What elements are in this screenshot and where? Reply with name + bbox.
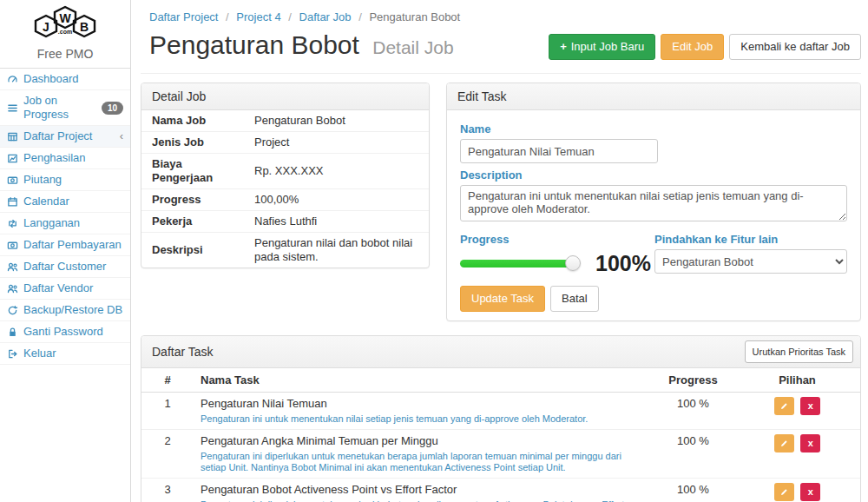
retweet-icon [7,218,18,229]
page-title: Pengaturan Bobot Detail Job [149,30,454,63]
jwb-logo-icon: W J B .com [25,5,105,42]
input-job-baru-button[interactable]: + Input Job Baru [549,34,655,60]
task-description: Pengaturan ini untuk menentukan nilai se… [201,413,645,425]
sidebar-item-langganan[interactable]: Langganan [0,213,130,234]
detail-job-panel-title: Detail Job [141,83,429,110]
sidebar-item-daftar-project[interactable]: Daftar Project ‹ [0,126,130,148]
sign-out-icon [7,348,18,360]
pencil-icon [779,487,789,497]
daftar-task-panel-title: Daftar Task [152,345,214,359]
delete-task-button[interactable]: x [800,397,820,415]
task-progress: 100 % [652,393,734,430]
edit-task-button[interactable] [774,483,794,501]
pencil-icon [779,401,789,411]
detail-job-table: Nama Job Pengaturan Bobot Jenis Job Proj… [141,110,429,268]
page-header: Pengaturan Bobot Detail Job + Input Job … [141,25,861,74]
svg-text:B: B [80,20,89,34]
detail-row-progress: Progress 100,00% [141,189,429,211]
line-chart-icon [7,153,18,164]
sidebar-item-daftar-pembayaran[interactable]: Daftar Pembayaran [0,234,130,256]
sidebar-item-penghasilan[interactable]: Penghasilan [0,148,130,169]
task-progress: 100 % [652,430,734,479]
urutkan-prioritas-task-button-top[interactable]: Urutkan Prioritas Task [745,340,853,363]
users-icon [7,261,18,273]
sidebar-item-piutang[interactable]: Piutang [0,169,130,191]
sidebar-item-keluar[interactable]: Keluar [0,343,130,365]
table-icon [7,131,18,142]
edit-task-panel-title: Edit Task [447,83,860,110]
plus-icon: + [560,40,567,54]
x-icon: x [808,439,813,448]
column-header-progress: Progress [652,368,734,393]
progress-percent-value: 100% [595,253,651,274]
delete-task-button[interactable]: x [800,483,820,501]
svg-text:W: W [59,11,71,25]
edit-task-button[interactable] [774,397,794,415]
breadcrumb-link-daftar-project[interactable]: Daftar Project [149,10,218,23]
calendar-icon [7,196,18,208]
daftar-task-panel: Daftar Task Urutkan Prioritas Task # Nam… [141,335,861,502]
dashboard-icon [7,74,18,85]
task-description: Pengaturan ini diperlukan untuk menetuka… [201,451,645,473]
task-description-textarea[interactable]: Pengaturan ini untuk menentukan nilai se… [460,185,847,221]
page-subtitle: Detail Job [372,37,453,57]
job-count-badge: 10 [102,102,123,115]
batal-button[interactable]: Batal [550,286,599,312]
sidebar-item-ganti-password[interactable]: Ganti Password [0,321,130,343]
pencil-icon [779,439,789,448]
money-icon [7,175,18,186]
column-header-no: # [141,368,194,393]
brand-name: Free PMO [0,47,130,61]
header-buttons: + Input Job Baru Edit Job Kembali ke daf… [549,34,861,60]
svg-text:.com: .com [58,29,72,35]
delete-task-button[interactable]: x [800,434,820,452]
detail-row-deskripsi: Deskripsi Pengaturan nilai dan bobot nil… [141,233,429,268]
progress-slider[interactable] [460,260,573,268]
task-name-input[interactable] [460,139,658,163]
x-icon: x [808,487,813,497]
users-icon [7,283,18,294]
task-table: # Nama Task Progress Pilihan 1 Pengatura… [141,368,860,502]
progress-label: Progress [460,233,654,246]
move-to-feature-select[interactable]: Pengaturan Bobot [654,249,847,274]
task-row: 2 Pengaturan Angka Minimal Temuan per Mi… [141,430,860,479]
sidebar: W J B .com Free PMO Dashboard Job on Pro… [0,0,131,502]
sidebar-item-backup-restore-db[interactable]: Backup/Restore DB [0,300,130,321]
lock-icon [7,327,18,338]
detail-row-nama-job: Nama Job Pengaturan Bobot [141,110,429,132]
name-label: Name [460,122,847,135]
sidebar-item-job-on-progress[interactable]: Job on Progress 10 [0,90,130,126]
description-label: Description [460,168,847,182]
brand-logo: W J B .com Free PMO [0,0,130,69]
main-content: Daftar Project / Project 4 / Daftar Job … [132,0,868,502]
sidebar-item-daftar-customer[interactable]: Daftar Customer [0,256,130,278]
task-name: Pengaturan Nilai Temuan [201,397,645,411]
task-row: 1 Pengaturan Nilai Temuan Pengaturan ini… [141,393,860,430]
progress-slider-handle[interactable] [565,255,581,271]
column-header-nama-task: Nama Task [194,368,652,393]
kembali-ke-daftar-job-button[interactable]: Kembali ke daftar Job [729,34,861,60]
detail-row-jenis-job: Jenis Job Project [141,132,429,154]
detail-row-pekerja: Pekerja Nafies Luthfi [141,211,429,233]
money-icon [7,240,18,251]
sidebar-item-dashboard[interactable]: Dashboard [0,69,130,90]
breadcrumb-link-daftar-job[interactable]: Daftar Job [299,10,352,23]
task-name: Pengaturan Bobot Activeness Point vs Eff… [201,483,645,497]
task-name: Pengaturan Angka Minimal Temuan per Ming… [201,434,645,448]
sidebar-item-daftar-vendor[interactable]: Daftar Vendor [0,278,130,300]
sidebar-item-calendar[interactable]: Calendar [0,191,130,213]
task-row: 3 Pengaturan Bobot Activeness Point vs E… [141,479,860,502]
svg-text:J: J [43,20,49,34]
refresh-icon [7,305,18,316]
edit-job-button[interactable]: Edit Job [661,34,724,60]
edit-task-button[interactable] [774,434,794,452]
chevron-left-icon: ‹ [120,129,123,143]
detail-row-biaya-pengerjaan: Biaya Pengerjaan Rp. XXX.XXX [141,154,429,189]
breadcrumb-current: Pengaturan Bobot [369,10,460,23]
column-header-pilihan: Pilihan [734,368,860,393]
update-task-button[interactable]: Update Task [460,286,545,312]
breadcrumb: Daftar Project / Project 4 / Daftar Job … [141,0,861,25]
detail-job-panel: Detail Job Nama Job Pengaturan Bobot Jen… [141,83,430,268]
breadcrumb-link-project-4[interactable]: Project 4 [236,10,280,23]
x-icon: x [808,401,813,411]
